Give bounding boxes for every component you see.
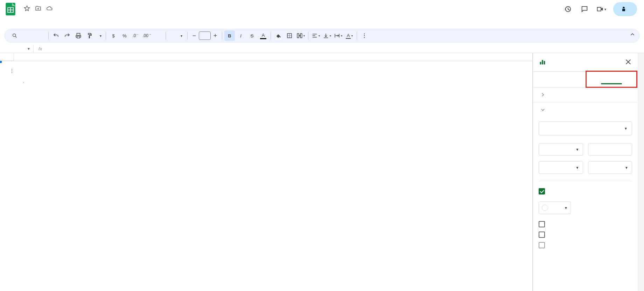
major-spacing-type-dropdown[interactable]: ▼ <box>539 143 583 156</box>
chart-object[interactable] <box>0 61 1 63</box>
svg-rect-24 <box>544 61 545 64</box>
bold-button[interactable]: B <box>224 30 235 41</box>
meet-icon[interactable]: ▾ <box>596 4 606 14</box>
merge-button[interactable]: ▾ <box>295 30 306 41</box>
dec-increase-button[interactable]: .00→ <box>142 30 152 41</box>
checkbox-on-icon <box>539 188 545 194</box>
fontsize-increase[interactable]: + <box>211 32 220 40</box>
svg-point-19 <box>12 69 12 70</box>
svg-point-18 <box>364 37 365 38</box>
comments-icon[interactable] <box>580 4 589 14</box>
checkbox-off-icon <box>539 232 545 238</box>
minor-spacing-type-dropdown[interactable]: ▼ <box>539 161 583 174</box>
valign-button[interactable]: ▾ <box>322 30 332 41</box>
svg-rect-23 <box>542 60 543 65</box>
share-button[interactable] <box>613 2 637 16</box>
section-vertical-axis[interactable] <box>533 87 638 102</box>
fontsize-decrease[interactable]: − <box>190 32 199 40</box>
gridline-color-dropdown[interactable]: ▼ <box>539 201 571 214</box>
vertical-scrollbar[interactable] <box>638 53 644 291</box>
checkbox-off-icon <box>539 242 545 248</box>
number-format-button[interactable] <box>153 30 163 41</box>
italic-button[interactable]: I <box>236 30 246 41</box>
section-gridlines[interactable] <box>533 102 638 117</box>
print-button[interactable] <box>73 30 84 41</box>
percent-button[interactable]: % <box>119 30 130 41</box>
text-color-button[interactable]: A <box>258 30 268 41</box>
wrap-button[interactable]: ▾ <box>333 30 343 41</box>
svg-point-16 <box>364 34 365 34</box>
star-icon[interactable] <box>24 5 30 13</box>
halign-button[interactable]: ▾ <box>310 30 321 41</box>
color-swatch <box>542 205 548 211</box>
zoom-dropdown[interactable]: ▾ <box>96 34 104 38</box>
minor-gridlines-checkbox[interactable] <box>533 219 638 229</box>
chevron-down-icon <box>539 107 546 112</box>
svg-point-4 <box>13 34 16 37</box>
minor-count-dropdown[interactable]: ▼ <box>588 161 632 174</box>
minor-ticks-checkbox[interactable] <box>533 240 638 250</box>
svg-point-6 <box>280 36 281 37</box>
select-all-corner[interactable] <box>0 53 14 61</box>
paint-format-button[interactable] <box>84 30 95 41</box>
rotate-button[interactable]: A▾ <box>344 30 355 41</box>
history-icon[interactable] <box>563 4 573 14</box>
chart-more-icon[interactable] <box>9 68 15 75</box>
strike-button[interactable]: S <box>247 30 257 41</box>
checkbox-off-icon <box>539 221 545 227</box>
font-dropdown[interactable]: ▾ <box>168 34 185 38</box>
currency-button[interactable]: $ <box>108 30 119 41</box>
search-menus[interactable] <box>8 31 46 40</box>
svg-line-5 <box>15 36 16 37</box>
borders-button[interactable] <box>284 30 295 41</box>
chart-editor-icon <box>539 58 546 67</box>
search-menu-input[interactable] <box>20 33 43 38</box>
axis-select-dropdown[interactable]: ▼ <box>539 121 632 135</box>
svg-rect-22 <box>540 62 541 64</box>
svg-point-17 <box>364 35 365 36</box>
major-ticks-checkbox[interactable] <box>533 229 638 240</box>
tab-setup[interactable] <box>533 72 586 87</box>
svg-point-20 <box>12 71 12 71</box>
cloud-status-icon[interactable] <box>46 5 53 13</box>
more-toolbar-button[interactable] <box>359 30 370 41</box>
redo-button[interactable] <box>62 30 72 41</box>
dec-decrease-button[interactable]: .0← <box>131 30 141 41</box>
major-gridlines-checkbox[interactable] <box>533 186 638 197</box>
fill-color-button[interactable] <box>273 30 284 41</box>
move-icon[interactable] <box>35 5 41 13</box>
collapse-toolbar-button[interactable] <box>629 31 636 39</box>
name-box[interactable]: ▼ <box>0 45 34 53</box>
fx-icon: fx <box>38 46 42 51</box>
major-step-input[interactable] <box>588 143 632 156</box>
undo-button[interactable] <box>51 30 61 41</box>
chevron-right-icon <box>539 92 546 97</box>
fontsize-input[interactable] <box>199 31 211 40</box>
tab-customize[interactable] <box>586 72 638 87</box>
close-panel-button[interactable] <box>624 58 632 67</box>
sheets-logo[interactable] <box>4 3 17 15</box>
svg-point-21 <box>12 72 12 73</box>
